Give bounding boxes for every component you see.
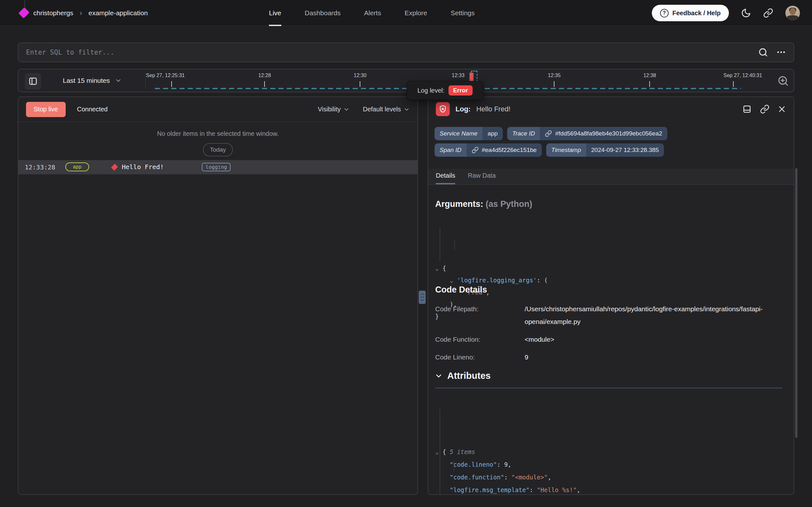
time-range-bar: Last 15 minutes Sep 27, 12:25:31 12:28 1… <box>18 69 794 92</box>
avatar-body <box>787 15 799 20</box>
indent-guide <box>453 460 454 471</box>
pill-value: app <box>483 127 503 140</box>
visibility-dropdown[interactable]: Visibility <box>318 106 350 113</box>
timeline-tickmark <box>264 81 265 87</box>
feedback-help-button[interactable]: ? Feedback / Help <box>652 5 729 21</box>
zoom-in-button[interactable] <box>777 75 789 87</box>
timeline-tick-label: 12:30 <box>354 73 366 78</box>
more-options-icon[interactable]: ••• <box>777 49 786 56</box>
timestamp-pill: Timestamp 2024-09-27 12:33:28.385 <box>546 144 664 157</box>
log-level-tooltip: Log level: Error <box>407 81 483 100</box>
grip-dots-icon <box>421 294 424 301</box>
indent-guide <box>440 409 440 494</box>
link-icon <box>545 130 552 137</box>
zoom-in-icon <box>777 75 789 87</box>
sql-filter-bar: ••• <box>18 43 794 62</box>
chevron-down-icon <box>115 77 122 84</box>
breadcrumb-separator-icon: › <box>79 9 83 17</box>
tab-dashboards[interactable]: Dashboards <box>305 0 341 26</box>
default-levels-dropdown[interactable]: Default levels <box>363 106 410 113</box>
feedback-help-label: Feedback / Help <box>673 9 721 17</box>
arguments-subheading: (as Python) <box>486 199 532 209</box>
logfire-logo-icon[interactable] <box>18 7 29 18</box>
sidebar-toggle-button[interactable] <box>25 73 41 90</box>
trace-id-value: #fdd5694a8fa98eb4e301d99ebc056ea2 <box>555 130 662 137</box>
timeline-tickmark <box>360 81 360 87</box>
theme-toggle-button[interactable] <box>741 8 751 18</box>
chevron-down-icon <box>435 372 443 380</box>
close-icon[interactable] <box>778 105 786 113</box>
attributes-section-toggle[interactable]: Attributes <box>435 371 491 381</box>
connection-status: Connected <box>77 106 108 113</box>
panel-left-icon <box>28 76 38 86</box>
code-details-rows: Code Filepath: /Users/christophersamiull… <box>435 303 771 363</box>
tab-details[interactable]: Details <box>436 172 455 184</box>
moon-icon <box>741 8 751 18</box>
code-function-label: Code Function: <box>435 333 524 346</box>
log-detail-panel: Log: Hello Fred! Service Name app Trace … <box>428 97 794 495</box>
tab-raw-data[interactable]: Raw Data <box>468 172 496 184</box>
error-level-badge: Error <box>448 86 473 96</box>
log-message: Hello Fred! <box>122 163 164 171</box>
tab-alerts[interactable]: Alerts <box>364 0 381 26</box>
code-lineno-label: Code Lineno: <box>435 351 524 363</box>
timeline-tick-label: 12:38 <box>643 73 656 78</box>
nav-right-cluster: ? Feedback / Help <box>652 0 800 26</box>
tab-explore[interactable]: Explore <box>404 0 427 26</box>
code-line: ⌄ 'logfire.logging_args': ( <box>435 274 548 286</box>
detail-header: Log: Hello Fred! <box>428 97 794 121</box>
timeline-tickmark <box>733 81 734 87</box>
chevron-down-icon <box>403 106 410 113</box>
timeline-tick-label: Sep 27, 12:25:31 <box>146 73 185 78</box>
link-icon <box>763 8 773 18</box>
share-link-button[interactable] <box>763 8 773 18</box>
time-range-label: Last 15 minutes <box>63 77 110 84</box>
code-filepath-value: /Users/christophersamiullah/repos/pydant… <box>524 303 771 328</box>
span-id-pill[interactable]: Span ID #ea4d5f226ec151be <box>435 144 542 157</box>
log-row[interactable]: 12:33:28 app Hello Fred! logging <box>18 160 418 174</box>
code-line: "logfire.msg_template": "Hello %s!", <box>435 484 726 495</box>
dock-panel-icon[interactable] <box>742 104 752 114</box>
divider <box>145 73 145 89</box>
metadata-pills: Service Name app Trace ID #fdd5694a8fa98… <box>435 127 667 157</box>
today-button[interactable]: Today <box>203 143 233 156</box>
timeline-tick-label: 12:35 <box>548 73 560 78</box>
code-function-value: <module> <box>524 333 771 346</box>
service-name-pill: Service Name app <box>435 127 503 140</box>
trace-id-pill[interactable]: Trace ID #fdd5694a8fa98eb4e301d99ebc056e… <box>507 127 667 140</box>
time-range-dropdown[interactable]: Last 15 minutes <box>63 69 122 92</box>
indent-guide <box>454 240 455 250</box>
search-icon[interactable] <box>758 47 768 57</box>
detail-scrollbar-thumb[interactable] <box>795 168 797 438</box>
error-diamond-icon <box>111 164 118 171</box>
arguments-heading: Arguments: (as Python) <box>435 199 532 209</box>
attributes-code-block[interactable]: ⌄ { 5 items "code.lineno": 9, "code.func… <box>435 395 726 495</box>
user-avatar[interactable] <box>785 6 800 20</box>
code-details-heading: Code Details <box>435 285 487 295</box>
top-nav: christophergs › example-application Live… <box>0 0 812 26</box>
tab-live[interactable]: Live <box>269 0 282 26</box>
span-id-value: #ea4d5f226ec151be <box>482 147 537 154</box>
breadcrumb-project[interactable]: example-application <box>88 9 148 17</box>
timeline-tickmark <box>649 81 650 87</box>
breadcrumb: christophergs › example-application <box>20 9 148 17</box>
timeline-tick-label: 12:33 <box>452 73 464 78</box>
detail-tabs: Details Raw Data <box>428 169 794 185</box>
timeline-tickmark <box>554 81 554 87</box>
logging-tag-badge[interactable]: logging <box>202 163 231 171</box>
panel-resize-handle[interactable] <box>419 291 426 304</box>
attributes-heading: Attributes <box>447 371 491 381</box>
detail-title-prefix: Log: <box>455 105 471 113</box>
pill-label: Timestamp <box>546 144 586 157</box>
breadcrumb-org[interactable]: christophergs <box>33 9 73 17</box>
code-filepath-label: Code Filepath: <box>435 303 524 328</box>
sql-filter-input[interactable] <box>26 49 758 56</box>
tab-settings[interactable]: Settings <box>451 0 475 26</box>
chevron-down-icon <box>343 106 350 113</box>
log-timestamp: 12:33:28 <box>25 163 55 171</box>
service-badge[interactable]: app <box>65 162 89 171</box>
question-icon: ? <box>660 9 669 17</box>
empty-window-message: No older items in the selected time wind… <box>18 130 418 137</box>
copy-link-icon[interactable] <box>760 104 769 114</box>
stop-live-button[interactable]: Stop live <box>26 102 66 117</box>
